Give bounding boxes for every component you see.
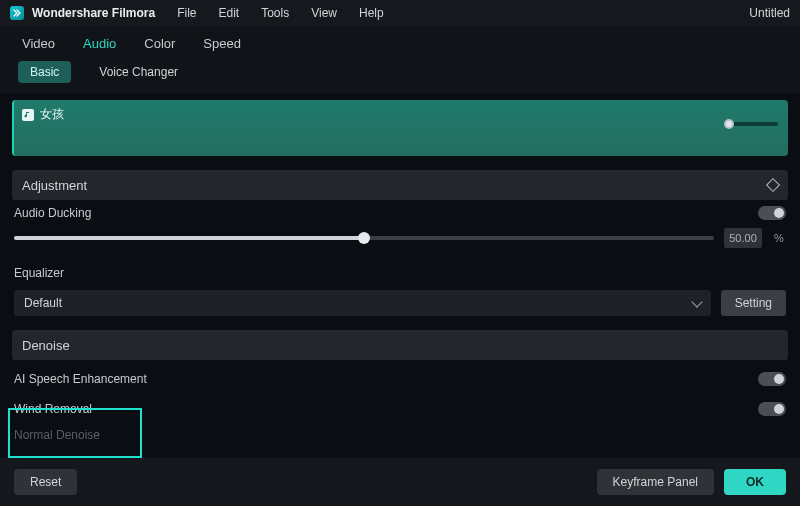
percent-label: % [772,232,786,244]
equalizer-selected: Default [24,296,62,310]
audio-ducking-slider-knob[interactable] [358,232,370,244]
main-menu: File Edit Tools View Help [177,6,384,20]
clip-name: 女孩 [40,106,64,123]
wind-removal-label: Wind Removal [14,402,92,416]
denoise-header: Denoise [12,330,788,360]
document-title: Untitled [749,6,790,20]
clip-volume-knob[interactable] [724,119,734,129]
app-title: Wondershare Filmora [32,6,155,20]
menu-file[interactable]: File [177,6,196,20]
menu-view[interactable]: View [311,6,337,20]
app-logo-icon [10,6,24,20]
equalizer-controls: Default Setting [12,284,788,316]
inspector-tabs: Video Audio Color Speed [0,26,800,61]
menu-tools[interactable]: Tools [261,6,289,20]
equalizer-label: Equalizer [14,266,64,280]
music-note-icon [22,109,34,121]
audio-ducking-row: Audio Ducking [12,200,788,224]
wind-removal-toggle[interactable] [758,402,786,416]
audio-subtabs: Basic Voice Changer [0,61,800,93]
audio-ducking-toggle[interactable] [758,206,786,220]
audio-clip-block[interactable]: 女孩 [12,100,788,156]
ai-speech-enhancement-label: AI Speech Enhancement [14,372,147,386]
equalizer-setting-button[interactable]: Setting [721,290,786,316]
equalizer-preset-select[interactable]: Default [14,290,711,316]
adjustment-title: Adjustment [22,178,87,193]
tab-speed[interactable]: Speed [203,36,241,51]
tab-color[interactable]: Color [144,36,175,51]
adjustment-section: Adjustment Audio Ducking 50.00 % Equaliz… [12,170,788,316]
footer-right: Keyframe Panel OK [597,469,786,495]
audio-ducking-slider-fill [14,236,364,240]
audio-ducking-slider[interactable] [14,236,714,240]
tab-video[interactable]: Video [22,36,55,51]
panel-footer: Reset Keyframe Panel OK [0,458,800,506]
menu-edit[interactable]: Edit [218,6,239,20]
reset-button[interactable]: Reset [14,469,77,495]
clip-title: 女孩 [22,106,64,123]
wind-removal-row: Wind Removal [14,394,786,424]
denoise-title: Denoise [22,338,70,353]
clip-volume-slider[interactable] [728,122,778,126]
keyframe-panel-button[interactable]: Keyframe Panel [597,469,714,495]
chevron-down-icon [691,296,702,307]
subtab-voice-changer[interactable]: Voice Changer [87,61,190,83]
subtab-basic[interactable]: Basic [18,61,71,83]
denoise-cutoff-label: Normal Denoise [14,424,786,442]
denoise-list: AI Speech Enhancement Wind Removal Norma… [12,360,788,442]
audio-ducking-slider-row: 50.00 % [12,224,788,256]
equalizer-row: Equalizer [12,256,788,284]
audio-ducking-label: Audio Ducking [14,206,91,220]
title-bar-left: Wondershare Filmora File Edit Tools View… [10,6,384,20]
title-bar: Wondershare Filmora File Edit Tools View… [0,0,800,26]
ok-button[interactable]: OK [724,469,786,495]
audio-ducking-value[interactable]: 50.00 [724,228,762,248]
audio-panel: 女孩 Adjustment Audio Ducking 50.00 % Equa… [0,92,800,458]
keyframe-diamond-icon[interactable] [766,178,780,192]
menu-help[interactable]: Help [359,6,384,20]
ai-speech-enhancement-toggle[interactable] [758,372,786,386]
denoise-section: Denoise AI Speech Enhancement Wind Remov… [12,330,788,442]
tab-audio[interactable]: Audio [83,36,116,51]
adjustment-header: Adjustment [12,170,788,200]
ai-speech-enhancement-row: AI Speech Enhancement [14,364,786,394]
